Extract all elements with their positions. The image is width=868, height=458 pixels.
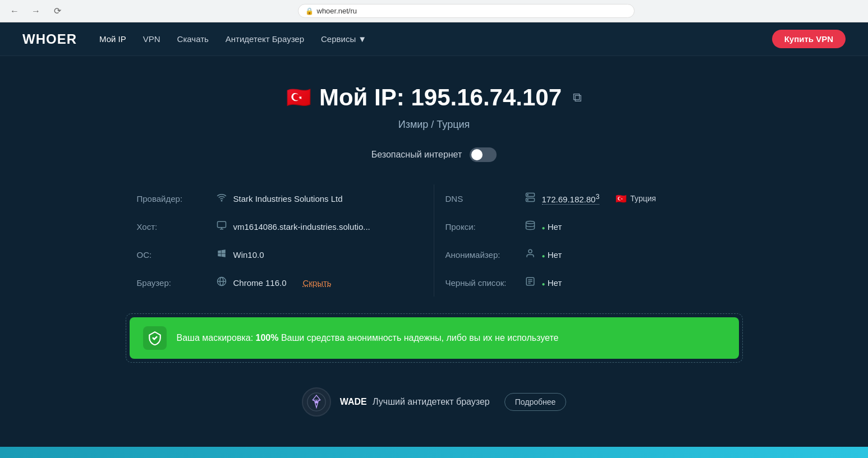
masquerade-inner: Ваша маскировка: 100% Ваши средства анон…: [130, 317, 739, 359]
browser-row: Браузер: Chrome 116.0 Скрыть: [126, 269, 434, 297]
country-flag: 🇹🇷: [286, 86, 311, 109]
ip-address: 195.16.74.107: [411, 84, 562, 110]
provider-label: Провайдер:: [137, 194, 210, 203]
nav-my-ip[interactable]: Мой IP: [99, 34, 126, 44]
wade-logo: [302, 387, 331, 417]
svg-point-19: [315, 400, 318, 403]
location-text: Измир / Турция: [398, 119, 470, 131]
wifi-icon: [215, 192, 228, 205]
buy-vpn-button[interactable]: Купить VPN: [772, 30, 846, 48]
svg-point-10: [527, 200, 528, 201]
ip-header: 🇹🇷 Мой IP: 195.16.74.107 ⧉: [286, 84, 582, 111]
safe-internet: Безопасный интернет: [371, 147, 497, 162]
anonymizer-row: Анонимайзер: ● Нет: [434, 240, 743, 269]
provider-value: Stark Industries Solutions Ltd: [233, 194, 343, 203]
wade-description: Лучший антидетект браузер: [373, 397, 490, 406]
globe-icon: [215, 276, 228, 289]
chevron-down-icon: ▼: [358, 34, 366, 44]
nav-links: Мой IP VPN Скачать Антидетект Браузер Се…: [99, 34, 750, 44]
monitor-icon: [215, 220, 228, 233]
logo[interactable]: WHOER: [22, 31, 77, 47]
os-row: ОС: Win10.0: [126, 240, 434, 269]
anonymizer-label: Анонимайзер:: [446, 250, 518, 260]
copy-icon[interactable]: ⧉: [573, 90, 582, 105]
browser-value: Chrome 116.0: [233, 278, 287, 288]
dns-flag: 🇹🇷 Турция: [616, 193, 656, 204]
url-text: whoer.net/ru: [317, 7, 357, 15]
shield-icon-wrapper: [143, 326, 167, 350]
back-button[interactable]: ←: [7, 3, 22, 19]
nav-antidetect[interactable]: Антидетект Браузер: [226, 34, 304, 44]
services-label: Сервисы: [321, 34, 356, 44]
browser-label: Браузер:: [137, 278, 210, 288]
navbar: WHOER Мой IP VPN Скачать Антидетект Брау…: [0, 22, 868, 56]
wade-logo-svg: [307, 392, 326, 411]
svg-point-0: [221, 200, 222, 201]
blacklist-row: Черный список: ● Нет: [434, 269, 743, 297]
wade-promo: WADE Лучший антидетект браузер Подробнее: [288, 380, 580, 424]
server-icon: [524, 192, 536, 205]
wade-brand: WADE: [340, 397, 367, 406]
dns-label: DNS: [446, 194, 518, 203]
svg-point-9: [527, 195, 528, 196]
dns-country-flag: 🇹🇷: [616, 193, 627, 204]
address-bar[interactable]: 🔒 whoer.net/ru: [298, 4, 635, 18]
svg-rect-1: [217, 221, 226, 228]
blacklist-value: ● Нет: [542, 278, 562, 288]
footer-strip: [0, 447, 868, 458]
ip-prefix: Мой IP:: [319, 84, 405, 110]
windows-icon: [215, 248, 228, 261]
host-label: Хост:: [137, 222, 210, 232]
blacklist-label: Черный список:: [446, 278, 518, 288]
info-grid: Провайдер: Stark Industries Solutions Lt…: [126, 184, 743, 297]
main-content: 🇹🇷 Мой IP: 195.16.74.107 ⧉ Измир / Турци…: [0, 56, 868, 447]
safe-internet-label: Безопасный интернет: [371, 150, 462, 160]
hide-browser-link[interactable]: Скрыть: [302, 278, 331, 288]
proxy-label: Прокси:: [446, 222, 518, 232]
shield-icon: [148, 331, 162, 345]
masquerade-banner: Ваша маскировка: 100% Ваши средства анон…: [126, 313, 743, 363]
ip-title: Мой IP: 195.16.74.107: [319, 84, 562, 111]
proxy-row: Прокси: ● Нет: [434, 212, 743, 240]
nav-vpn[interactable]: VPN: [143, 34, 160, 44]
browser-chrome: ← → ⟳ 🔒 whoer.net/ru: [0, 0, 868, 22]
masquerade-text: Ваша маскировка: 100% Ваши средства анон…: [177, 333, 559, 343]
dns-row: DNS 172.69.182.803 🇹�: [434, 184, 743, 212]
forward-button[interactable]: →: [28, 3, 44, 19]
dns-country-label: Турция: [630, 194, 656, 203]
host-value: vm1614086.stark-industries.solutio...: [233, 222, 370, 232]
info-right-section: DNS 172.69.182.803 🇹�: [434, 184, 743, 297]
safe-internet-toggle[interactable]: [470, 147, 497, 162]
reload-button[interactable]: ⟳: [49, 3, 65, 19]
svg-point-12: [529, 249, 532, 253]
svg-point-11: [526, 221, 534, 224]
layers-icon: [524, 220, 536, 233]
nav-services[interactable]: Сервисы ▼: [321, 34, 366, 44]
dns-value: 172.69.182.803: [542, 193, 600, 205]
info-left-section: Провайдер: Stark Industries Solutions Lt…: [126, 184, 434, 297]
details-button[interactable]: Подробнее: [504, 393, 567, 411]
proxy-value: ● Нет: [542, 222, 562, 232]
os-label: ОС:: [137, 250, 210, 260]
lock-icon: 🔒: [305, 7, 314, 15]
provider-row: Провайдер: Stark Industries Solutions Lt…: [126, 184, 434, 212]
anonymizer-value: ● Нет: [542, 250, 562, 260]
page-wrapper: WHOER Мой IP VPN Скачать Антидетект Брау…: [0, 22, 868, 458]
list-icon: [524, 276, 536, 289]
os-value: Win10.0: [233, 250, 264, 260]
nav-download[interactable]: Скачать: [177, 34, 209, 44]
wade-text: WADE Лучший антидетект браузер: [340, 397, 490, 407]
user-icon: [524, 248, 536, 261]
host-row: Хост: vm1614086.stark-industries.solutio…: [126, 212, 434, 240]
